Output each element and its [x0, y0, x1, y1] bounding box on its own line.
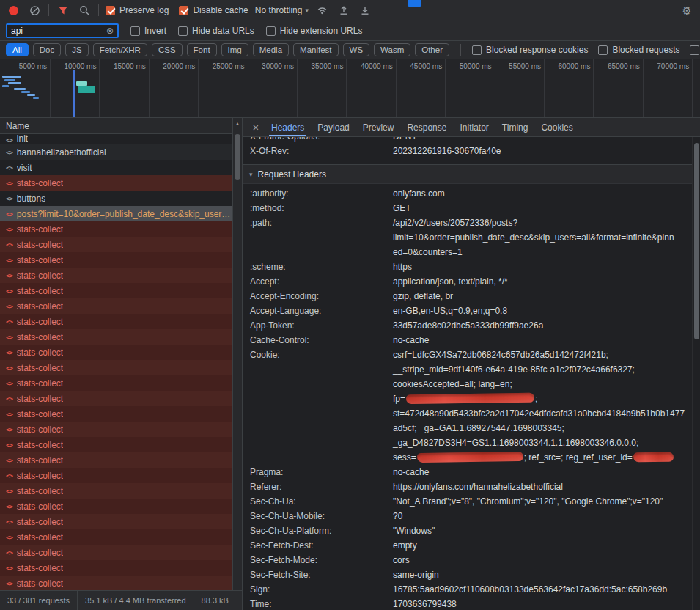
- request-row[interactable]: <>stats-collect: [0, 283, 232, 298]
- header-value: GET: [393, 201, 411, 216]
- request-row[interactable]: <>stats-collect: [0, 422, 232, 437]
- request-row[interactable]: <>stats-collect: [0, 268, 232, 283]
- request-row[interactable]: <>stats-collect: [0, 175, 232, 191]
- toolbar-checkboxes: Preserve logDisable cache: [106, 5, 248, 15]
- checkbox-label: Hide data URLs: [192, 26, 254, 36]
- request-headers-section[interactable]: ▾Request Headers: [243, 164, 692, 184]
- request-row[interactable]: <>stats-collect: [0, 545, 232, 560]
- requests-scrollbar[interactable]: ▲: [232, 118, 242, 590]
- request-row[interactable]: <>stats-collect: [0, 452, 232, 468]
- request-name: stats-collect: [17, 578, 63, 589]
- close-icon[interactable]: ×: [247, 122, 265, 133]
- checked-checkbox-icon: [179, 6, 188, 15]
- tab-response[interactable]: Response: [400, 118, 453, 136]
- type-chip-css[interactable]: CSS: [152, 43, 183, 56]
- type-chip-all[interactable]: All: [6, 43, 29, 56]
- scrollbar-thumb[interactable]: [694, 143, 699, 339]
- tab-headers[interactable]: Headers: [265, 118, 311, 136]
- overview-gridline: [495, 59, 495, 117]
- request-name: stats-collect: [17, 486, 63, 496]
- checkbox-preserve-log[interactable]: Preserve log: [106, 5, 169, 15]
- request-row[interactable]: <>stats-collect: [0, 529, 232, 545]
- header-value: application/json, text/plain, */*: [393, 274, 508, 289]
- header-name: Sec-Ch-Ua-Platform:: [243, 523, 393, 538]
- request-row[interactable]: <>stats-collect: [0, 329, 232, 345]
- request-row[interactable]: <>hannahelizabethofficial: [0, 144, 232, 160]
- request-row[interactable]: <>stats-collect: [0, 252, 232, 268]
- request-row[interactable]: <>stats-collect: [0, 391, 232, 406]
- request-row[interactable]: <>buttons: [0, 191, 232, 206]
- request-row[interactable]: <>stats-collect: [0, 221, 232, 237]
- request-name: stats-collect: [17, 255, 63, 265]
- checkbox-hide-extension-urls[interactable]: Hide extension URLs: [266, 26, 363, 36]
- type-chip-other[interactable]: Other: [415, 43, 449, 56]
- scrollbar-thumb[interactable]: [235, 134, 240, 180]
- request-row[interactable]: <>stats-collect: [0, 237, 232, 252]
- tab-payload[interactable]: Payload: [311, 118, 355, 136]
- request-type-icon: <>: [6, 503, 12, 510]
- filter-bar: ⊗ InvertHide data URLsHide extension URL…: [0, 21, 700, 41]
- clear-filter-icon[interactable]: ⊗: [106, 26, 114, 35]
- checkbox-blocked-response-cookies[interactable]: Blocked response cookies: [472, 45, 588, 55]
- request-row[interactable]: <>stats-collect: [0, 468, 232, 483]
- throttling-select[interactable]: No throttling ▾: [255, 5, 309, 15]
- tab-cookies[interactable]: Cookies: [534, 118, 579, 136]
- checkbox-invert[interactable]: Invert: [130, 26, 166, 36]
- tab-initiator[interactable]: Initiator: [453, 118, 495, 136]
- import-har-button[interactable]: [336, 3, 351, 18]
- request-name: stats-collect: [17, 471, 63, 481]
- record-button[interactable]: [6, 3, 21, 18]
- request-row[interactable]: <>stats-collect: [0, 576, 232, 590]
- network-conditions-button[interactable]: [315, 3, 330, 18]
- header-value-line: onlyfans.com: [393, 186, 445, 201]
- checkbox-blocked-requests[interactable]: Blocked requests: [598, 45, 679, 55]
- checkbox-3rd-party-requests[interactable]: 3rd-party requests: [690, 45, 700, 55]
- filter-input[interactable]: [11, 26, 106, 36]
- filter-toggle-button[interactable]: [56, 3, 70, 18]
- clear-button[interactable]: [27, 3, 42, 18]
- settings-button[interactable]: ⚙: [679, 3, 694, 18]
- scroll-up-icon[interactable]: ▲: [233, 118, 242, 128]
- request-row[interactable]: <>stats-collect: [0, 499, 232, 514]
- request-name: visit: [17, 163, 32, 173]
- name-column-header[interactable]: Name: [0, 118, 242, 134]
- request-row[interactable]: <>stats-collect: [0, 360, 232, 375]
- request-row-selected[interactable]: <>posts?limit=10&order=publish_date_desc…: [0, 206, 232, 221]
- header-name: :authority:: [243, 186, 393, 201]
- type-chip-ws[interactable]: WS: [343, 43, 370, 56]
- request-row[interactable]: <>init: [0, 134, 232, 144]
- type-chip-wasm[interactable]: Wasm: [374, 43, 410, 56]
- checkbox-hide-data-urls[interactable]: Hide data URLs: [178, 26, 254, 36]
- type-chip-media[interactable]: Media: [253, 43, 289, 56]
- overview-strip[interactable]: 5000 ms10000 ms15000 ms20000 ms25000 ms3…: [0, 59, 700, 118]
- request-row[interactable]: <>stats-collect: [0, 314, 232, 329]
- request-row[interactable]: <>stats-collect: [0, 345, 232, 360]
- redaction-scribble: [417, 452, 523, 463]
- checkbox-disable-cache[interactable]: Disable cache: [179, 5, 248, 15]
- type-chip-img[interactable]: Img: [221, 43, 248, 56]
- details-scrollbar[interactable]: [692, 137, 700, 610]
- blocked-filter-checkboxes: Blocked response cookiesBlocked requests…: [472, 45, 700, 55]
- type-chip-js[interactable]: JS: [65, 43, 88, 56]
- header-value: ?0: [393, 509, 402, 523]
- unchecked-checkbox-icon: [178, 26, 188, 36]
- type-chip-font[interactable]: Font: [187, 43, 217, 56]
- request-row[interactable]: <>stats-collect: [0, 514, 232, 529]
- type-chip-doc[interactable]: Doc: [33, 43, 61, 56]
- request-row[interactable]: <>stats-collect: [0, 560, 232, 576]
- tab-preview[interactable]: Preview: [356, 118, 401, 136]
- request-row[interactable]: <>visit: [0, 160, 232, 175]
- tab-timing[interactable]: Timing: [495, 118, 535, 136]
- header-value-line: empty: [393, 538, 417, 553]
- search-button[interactable]: [77, 3, 92, 18]
- request-row[interactable]: <>stats-collect: [0, 375, 232, 391]
- header-value: csrf=LdfcGX4Sa72db06824c657db26a5d142472…: [393, 348, 685, 465]
- request-row[interactable]: <>stats-collect: [0, 406, 232, 422]
- type-chip-fetch-xhr[interactable]: Fetch/XHR: [93, 43, 147, 56]
- request-row[interactable]: <>stats-collect: [0, 483, 232, 499]
- request-row[interactable]: <>stats-collect: [0, 298, 232, 314]
- toolbar-separator: [48, 4, 49, 16]
- export-har-button[interactable]: [358, 3, 372, 18]
- request-row[interactable]: <>stats-collect: [0, 437, 232, 452]
- type-chip-manifest[interactable]: Manifest: [293, 43, 338, 56]
